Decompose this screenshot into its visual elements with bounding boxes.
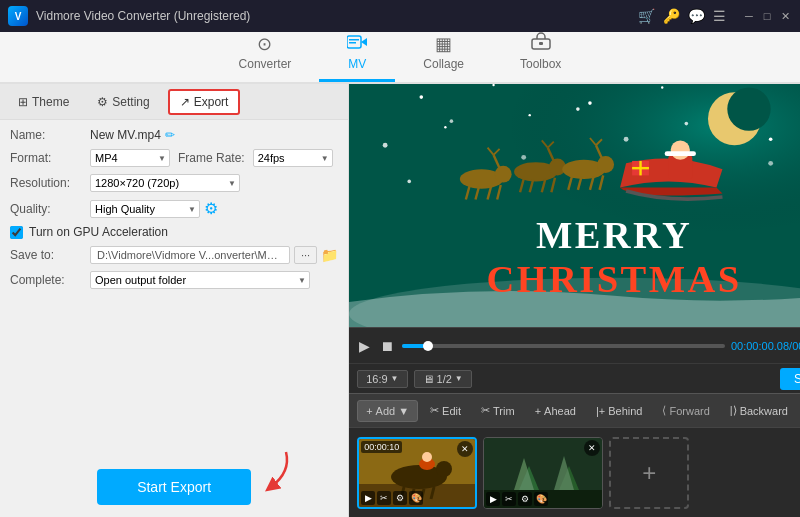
behind-button[interactable]: |+ Behind	[588, 401, 651, 421]
format-row: Format: MP4 AVI MOV Frame Rate: 24fps 30…	[10, 149, 338, 167]
svg-point-22	[521, 155, 526, 160]
ahead-button[interactable]: + Ahead	[527, 401, 584, 421]
sub-toolbar: ⊞ Theme ⚙ Setting ↗ Export	[0, 84, 348, 120]
aspect-ratio-button[interactable]: 16:9 ▼	[357, 370, 407, 388]
forward-icon: ⟨	[662, 404, 666, 417]
svg-point-23	[576, 107, 580, 111]
clip-close-button[interactable]: ✕	[457, 441, 473, 457]
cart-icon[interactable]: 🛒	[638, 8, 655, 24]
timeline: ✕ 00:00:10 ▶ ✂ ⚙ 🎨	[349, 427, 800, 517]
setting-button[interactable]: ⚙ Setting	[87, 91, 159, 113]
app-title: Vidmore Video Converter (Unregistered)	[36, 9, 638, 23]
gpu-checkbox[interactable]	[10, 226, 23, 239]
play-button[interactable]: ▶	[357, 336, 372, 356]
time-display: 00:00:00.08/00:00:17.10	[731, 340, 800, 352]
backward-icon: |⟩	[730, 404, 737, 417]
edit-button[interactable]: ✂ Edit	[422, 400, 469, 421]
settings-form: Name: New MV.mp4 ✏ Format: MP4 AVI MOV F…	[0, 120, 348, 457]
key-icon[interactable]: 🔑	[663, 8, 680, 24]
framerate-select[interactable]: 24fps 30fps 60fps	[253, 149, 333, 167]
theme-button[interactable]: ⊞ Theme	[8, 91, 79, 113]
add-clip-button[interactable]: +	[609, 437, 689, 509]
add-icon: +	[366, 405, 372, 417]
complete-select[interactable]: Open output folder Do nothing	[90, 271, 310, 289]
svg-point-69	[436, 461, 452, 477]
svg-point-14	[661, 86, 663, 88]
clip-play-icon[interactable]: ▶	[486, 492, 500, 506]
stop-button[interactable]: ⏹	[378, 336, 396, 356]
svg-point-21	[450, 119, 454, 123]
bottom-toolbar: + Add ▼ ✂ Edit ✂ Trim + Ahead |+ Behind …	[349, 393, 800, 427]
quality-select-wrapper: High Quality Medium Quality	[90, 200, 200, 218]
name-value: New MV.mp4	[90, 128, 161, 142]
clip-play-icon[interactable]: ▶	[361, 491, 375, 505]
svg-text:CHRISTMAS: CHRISTMAS	[487, 258, 742, 300]
svg-point-25	[685, 122, 689, 126]
resolution-select[interactable]: 1280×720 (720p) 1920×1080 (1080p)	[90, 174, 240, 192]
page-button[interactable]: 🖥 1/2 ▼	[414, 370, 472, 388]
complete-label: Complete:	[10, 273, 90, 287]
resolution-row: Resolution: 1280×720 (720p) 1920×1080 (1…	[10, 174, 338, 192]
svg-point-58	[671, 140, 690, 159]
svg-rect-62	[632, 167, 649, 169]
tab-collage[interactable]: ▦ Collage	[395, 27, 492, 82]
tab-converter[interactable]: ⊙ Converter	[211, 27, 320, 82]
format-select[interactable]: MP4 AVI MOV	[90, 149, 170, 167]
progress-dot	[423, 341, 433, 351]
progress-bar[interactable]	[402, 344, 725, 348]
trim-button[interactable]: ✂ Trim	[473, 400, 523, 421]
svg-point-10	[727, 87, 770, 130]
tab-toolbox[interactable]: Toolbox	[492, 26, 589, 82]
add-button[interactable]: + Add ▼	[357, 400, 418, 422]
edit-icon: ✂	[430, 404, 439, 417]
behind-icon: |+	[596, 405, 605, 417]
aspect-controls: 16:9 ▼ 🖥 1/2 ▼ Start Export	[349, 363, 800, 393]
gpu-label: Turn on GPU Acceleration	[29, 225, 168, 239]
path-browse-button[interactable]: ···	[294, 246, 317, 264]
title-icons: 🛒 🔑 💬 ☰	[638, 8, 726, 24]
svg-point-20	[383, 143, 388, 148]
svg-point-49	[597, 156, 614, 173]
save-path-container: D:\Vidmore\Vidmore V...onverter\MV Expor…	[90, 246, 338, 264]
framerate-select-wrapper: 24fps 30fps 60fps	[253, 149, 333, 167]
svg-point-13	[588, 101, 592, 105]
clip-color-icon[interactable]: 🎨	[534, 492, 548, 506]
clip-color-icon[interactable]: 🎨	[409, 491, 423, 505]
clip-settings-icon[interactable]: ⚙	[393, 491, 407, 505]
gpu-row: Turn on GPU Acceleration	[10, 225, 338, 239]
mv-icon	[347, 34, 367, 55]
export-button[interactable]: ↗ Export	[168, 89, 241, 115]
backward-button[interactable]: |⟩ Backward	[722, 400, 796, 421]
quality-select[interactable]: High Quality Medium Quality	[90, 200, 200, 218]
maximize-button[interactable]: □	[760, 9, 774, 23]
forward-button[interactable]: ⟨ Forward	[654, 400, 717, 421]
clip-cut-icon[interactable]: ✂	[502, 492, 516, 506]
clip-settings-icon[interactable]: ⚙	[518, 492, 532, 506]
resolution-label: Resolution:	[10, 176, 90, 190]
clip-close-button[interactable]: ✕	[584, 440, 600, 456]
chat-icon[interactable]: 💬	[688, 8, 705, 24]
name-edit-icon[interactable]: ✏	[165, 128, 175, 142]
minimize-button[interactable]: ─	[742, 9, 756, 23]
clip-cut-icon[interactable]: ✂	[377, 491, 391, 505]
svg-point-11	[420, 95, 424, 99]
clip-item: ✕ ▶ ✂ ⚙ 🎨	[483, 437, 603, 509]
setting-icon: ⚙	[97, 95, 108, 109]
video-preview: MERRY CHRISTMAS	[349, 84, 800, 327]
toolbox-icon	[531, 32, 551, 55]
save-to-row: Save to: D:\Vidmore\Vidmore V...onverter…	[10, 246, 338, 264]
quality-gear-icon[interactable]: ⚙	[204, 199, 218, 218]
folder-open-button[interactable]: 📁	[321, 247, 338, 263]
nav-tabs: ⊙ Converter MV ▦ Collage Toolbox	[0, 32, 800, 84]
clip-icons: ▶ ✂ ⚙ 🎨	[361, 491, 423, 505]
arrow-indicator	[246, 447, 296, 500]
export-icon: ↗	[180, 95, 190, 109]
trim-icon: ✂	[481, 404, 490, 417]
tab-mv[interactable]: MV	[319, 28, 395, 82]
menu-icon[interactable]: ☰	[713, 8, 726, 24]
start-export-button[interactable]: Start Export	[97, 469, 251, 505]
start-export-right-button[interactable]: Start Export	[780, 368, 800, 390]
playback-controls: ▶ ⏹ 00:00:00.08/00:00:17.10 🔊	[349, 327, 800, 363]
main-content: ⊞ Theme ⚙ Setting ↗ Export Name: New MV.…	[0, 84, 800, 517]
close-button[interactable]: ✕	[778, 9, 792, 23]
